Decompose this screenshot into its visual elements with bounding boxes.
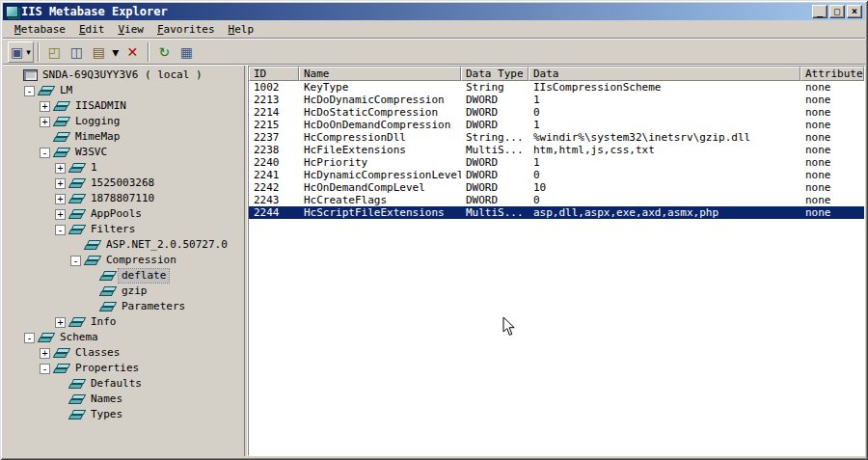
metabase-key-icon — [54, 363, 70, 374]
tree-item-info[interactable]: +Info — [3, 314, 244, 330]
tree-label[interactable]: W3SVC — [72, 146, 110, 159]
table-row[interactable]: 2237HcCompressionDllString...%windir%\sy… — [249, 131, 864, 144]
table-row[interactable]: 2240HcPriorityDWORD1none — [249, 156, 864, 169]
collapse-icon[interactable]: - — [40, 148, 50, 158]
metabase-key-icon — [54, 116, 70, 127]
tree-item-compression[interactable]: -Compression — [3, 253, 244, 268]
tree-label[interactable]: Logging — [72, 115, 122, 128]
collapse-icon[interactable]: - — [24, 333, 35, 343]
expand-icon[interactable]: + — [55, 317, 66, 328]
expand-icon[interactable]: + — [40, 117, 50, 127]
close-button[interactable]: × — [847, 5, 862, 18]
tree-label[interactable]: Properties — [72, 362, 142, 375]
tree-label[interactable]: Defaults — [88, 377, 145, 391]
tree-label[interactable]: IISADMIN — [72, 99, 129, 113]
tree-item-gzip[interactable]: gzip — [3, 284, 244, 299]
new-key-button[interactable]: ◰ — [43, 41, 66, 63]
tree-item-1525003268[interactable]: +1525003268 — [3, 176, 244, 191]
menu-help[interactable]: Help — [222, 22, 261, 38]
collapse-icon[interactable]: - — [70, 256, 81, 266]
menu-metabase[interactable]: Metabase — [8, 22, 72, 38]
table-row[interactable]: 2214HcDoStaticCompressionDWORD0none — [249, 106, 864, 119]
tree-label[interactable]: 1 — [88, 161, 100, 175]
column-header-name[interactable]: Name — [299, 67, 461, 81]
tree-item-defaults[interactable]: Defaults — [3, 376, 244, 392]
tree-label[interactable]: LM — [57, 84, 75, 97]
tree-label[interactable]: Parameters — [119, 300, 188, 313]
menu-edit[interactable]: Edit — [72, 22, 112, 38]
tree-label[interactable]: 1525003268 — [88, 176, 157, 190]
table-row[interactable]: 1002KeyTypeStringIIsCompressionSchemenon… — [249, 81, 864, 94]
column-header-attributes[interactable]: Attributes — [800, 67, 864, 81]
tree-item-lm[interactable]: -LM — [3, 83, 244, 98]
chevron-down-icon[interactable]: ▾ — [26, 47, 31, 57]
expand-icon[interactable]: + — [55, 163, 66, 174]
tree-item-logging[interactable]: +Logging — [3, 114, 244, 129]
table-row[interactable]: 2238HcFileExtensionsMultiS...htm,html,js… — [249, 144, 864, 156]
table-row[interactable]: 2244HcScriptFileExtensionsMultiS...asp,d… — [249, 206, 864, 219]
tree-label[interactable]: Classes — [72, 346, 122, 360]
tree-item-classes[interactable]: +Classes — [3, 345, 244, 361]
cell-id: 2214 — [249, 106, 299, 119]
table-row[interactable]: 2215HcDoOnDemandCompressionDWORD1none — [249, 119, 864, 131]
tree-label[interactable]: deflate — [119, 269, 169, 283]
tree-label[interactable]: MimeMap — [72, 130, 122, 144]
tree-item-1878807110[interactable]: +1878807110 — [3, 191, 244, 206]
tree-label[interactable]: AppPools — [88, 207, 145, 221]
table-row[interactable]: 2241HcDynamicCompressionLevelDWORD0none — [249, 169, 864, 181]
delete-button[interactable]: ✕ — [122, 41, 144, 63]
tree-item-deflate[interactable]: deflate — [3, 268, 244, 284]
tree-item-w3svc[interactable]: -W3SVC — [3, 145, 244, 160]
refresh-button[interactable]: ↻ — [153, 41, 176, 63]
connect-button[interactable]: ▦ — [176, 41, 198, 63]
minimize-button[interactable]: _ — [812, 5, 827, 18]
expand-icon[interactable]: + — [55, 178, 66, 189]
tree-label[interactable]: 1878807110 — [88, 192, 157, 205]
tree-item-parameters[interactable]: Parameters — [3, 299, 244, 314]
tree-label[interactable]: Schema — [57, 331, 101, 344]
collapse-icon[interactable]: - — [55, 225, 66, 235]
more-actions-button[interactable]: ▾ — [110, 41, 122, 63]
collapse-icon[interactable]: - — [24, 86, 35, 96]
tree-label[interactable]: Compression — [103, 254, 179, 267]
tree-label[interactable]: SNDA-69Q3UYY3V6 ( local ) — [40, 68, 205, 82]
tree-item-schema[interactable]: -Schema — [3, 330, 244, 345]
metabase-key-icon — [54, 131, 70, 143]
table-row[interactable]: 2242HcOnDemandCompLevelDWORD10none — [249, 181, 864, 194]
tree-item-asp-net-2-0-50727-0[interactable]: ASP.NET_2.0.50727.0 — [3, 237, 244, 253]
cell-data: htm,html,js,css,txt — [529, 144, 800, 156]
tree-label[interactable]: Filters — [88, 223, 138, 236]
tree-label[interactable]: Names — [88, 392, 125, 406]
maximize-button[interactable]: □ — [829, 5, 845, 18]
tree-item-iisadmin[interactable]: +IISADMIN — [3, 98, 244, 114]
menu-favorites[interactable]: Favorites — [150, 22, 222, 38]
tree-label[interactable]: Info — [88, 315, 120, 329]
tree-item-apppools[interactable]: +AppPools — [3, 206, 244, 222]
tree-item-names[interactable]: Names — [3, 392, 244, 407]
collapse-icon[interactable]: - — [40, 364, 50, 374]
menu-view[interactable]: View — [111, 22, 150, 38]
copy-button[interactable]: ◫ — [66, 41, 88, 63]
table-row[interactable]: 2213HcDoDynamicCompressionDWORD1none — [249, 94, 864, 106]
expand-icon[interactable]: + — [40, 348, 50, 359]
column-header-id[interactable]: ID — [249, 67, 299, 81]
tree-item-1[interactable]: +1 — [3, 160, 244, 176]
column-header-data-type[interactable]: Data Type — [461, 67, 529, 81]
cell-attributes: none — [800, 169, 864, 181]
tree-item-properties[interactable]: -Properties — [3, 361, 244, 376]
tree-label[interactable]: gzip — [119, 284, 150, 298]
tree-item-types[interactable]: Types — [3, 407, 244, 422]
tree-label[interactable]: Types — [88, 408, 125, 421]
paste-button[interactable]: ▤ — [88, 41, 110, 63]
tree-label[interactable]: ASP.NET_2.0.50727.0 — [103, 238, 231, 252]
expand-icon[interactable]: + — [55, 194, 66, 204]
expand-icon[interactable]: + — [40, 101, 50, 112]
tree-item-mimemap[interactable]: MimeMap — [3, 129, 244, 145]
column-header-data[interactable]: Data — [529, 67, 800, 81]
table-row[interactable]: 2243HcCreateFlagsDWORD0none — [249, 194, 864, 206]
titlebar[interactable]: IIS Metabase Explorer _□× — [3, 3, 865, 20]
select-computer-button[interactable]: ▣▾ — [8, 41, 34, 63]
expand-icon[interactable]: + — [55, 209, 66, 220]
tree-item-filters[interactable]: -Filters — [3, 222, 244, 237]
tree-item-snda-69q3uyy3v6-local[interactable]: SNDA-69Q3UYY3V6 ( local ) — [3, 68, 244, 83]
